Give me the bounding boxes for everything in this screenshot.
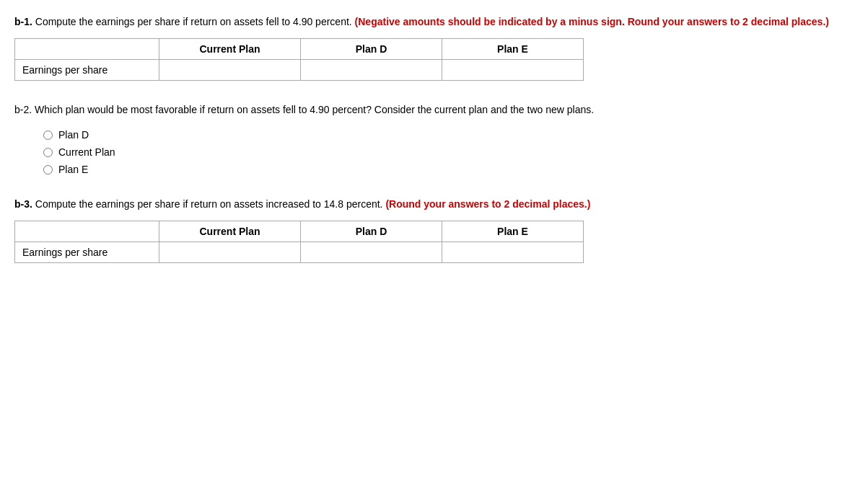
b1-col-current-plan: Current Plan xyxy=(159,39,301,60)
b3-title-bold: b-3. xyxy=(14,198,32,210)
b3-table: Current Plan Plan D Plan E Earnings per … xyxy=(14,221,584,263)
b3-row-eps: Earnings per share xyxy=(15,242,584,263)
b1-plan-d-cell[interactable] xyxy=(301,60,442,81)
b2-radio-group: Plan D Current Plan Plan E xyxy=(43,129,854,175)
b1-title-text: Compute the earnings per share if return… xyxy=(35,16,352,27)
b1-section: b-1. Compute the earnings per share if r… xyxy=(14,14,854,81)
b2-radio-current-plan[interactable] xyxy=(43,148,53,157)
b2-label-plan-d[interactable]: Plan D xyxy=(58,129,89,141)
b1-plan-d-input[interactable] xyxy=(301,60,442,80)
b3-plan-d-cell[interactable] xyxy=(301,242,442,263)
b2-title-text: Which plan would be most favorable if re… xyxy=(35,104,594,115)
b2-radio-plan-d[interactable] xyxy=(43,130,53,140)
b3-plan-e-cell[interactable] xyxy=(442,242,584,263)
b1-current-plan-input[interactable] xyxy=(159,60,300,80)
b3-col-current-plan: Current Plan xyxy=(159,221,301,242)
b3-row-label: Earnings per share xyxy=(15,242,159,263)
b1-col-plan-d: Plan D xyxy=(301,39,442,60)
b2-option-plan-e[interactable]: Plan E xyxy=(43,164,854,175)
b3-title-text: Compute the earnings per share if return… xyxy=(35,198,383,210)
b1-plan-e-cell[interactable] xyxy=(442,60,584,81)
b2-title: b-2. Which plan would be most favorable … xyxy=(14,102,854,118)
b1-title: b-1. Compute the earnings per share if r… xyxy=(14,14,854,30)
b3-current-plan-input[interactable] xyxy=(159,242,300,262)
b1-current-plan-cell[interactable] xyxy=(159,60,301,81)
b2-radio-plan-e[interactable] xyxy=(43,165,53,174)
b2-option-current-plan[interactable]: Current Plan xyxy=(43,146,854,158)
b2-option-plan-d[interactable]: Plan D xyxy=(43,129,854,141)
b3-section: b-3. Compute the earnings per share if r… xyxy=(14,197,854,263)
b1-table: Current Plan Plan D Plan E Earnings per … xyxy=(14,38,584,81)
b1-row-eps: Earnings per share xyxy=(15,60,584,81)
b3-plan-d-input[interactable] xyxy=(301,242,442,262)
b3-title-red: (Round your answers to 2 decimal places.… xyxy=(385,198,590,210)
b1-title-red: (Negative amounts should be indicated by… xyxy=(355,16,829,27)
b3-col-plan-e: Plan E xyxy=(442,221,584,242)
b2-label-current-plan[interactable]: Current Plan xyxy=(58,146,115,158)
b1-plan-e-input[interactable] xyxy=(442,60,583,80)
b3-col-plan-d: Plan D xyxy=(301,221,442,242)
b2-section: b-2. Which plan would be most favorable … xyxy=(14,102,854,175)
b3-current-plan-cell[interactable] xyxy=(159,242,301,263)
b1-title-bold: b-1. xyxy=(14,16,32,27)
b2-label-plan-e[interactable]: Plan E xyxy=(58,164,88,175)
b1-row-label: Earnings per share xyxy=(15,60,159,81)
b1-col-plan-e: Plan E xyxy=(442,39,584,60)
b2-title-bold: b-2. xyxy=(14,104,32,115)
b3-title: b-3. Compute the earnings per share if r… xyxy=(14,197,854,212)
b3-plan-e-input[interactable] xyxy=(442,242,583,262)
